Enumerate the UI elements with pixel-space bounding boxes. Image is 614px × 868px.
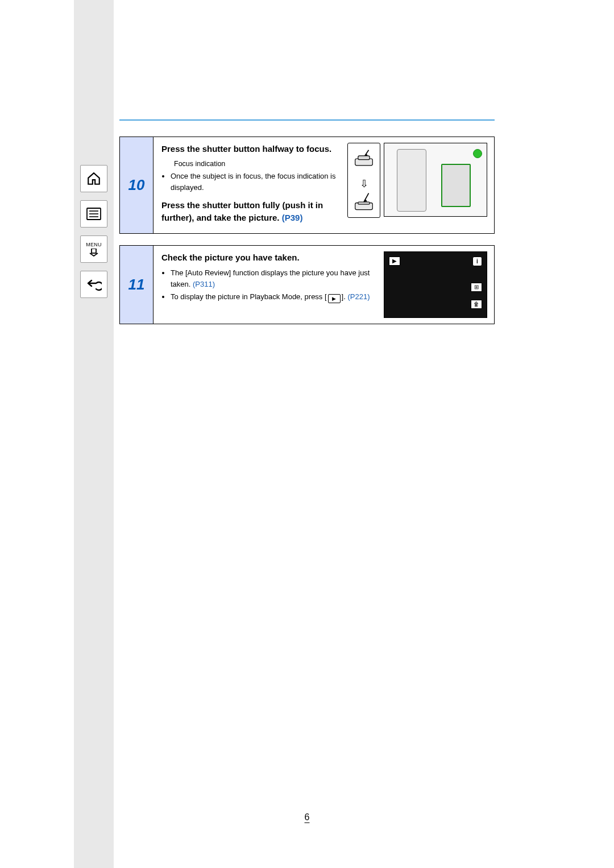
step-11: 11 Check the picture you have taken. The…	[119, 245, 495, 324]
section-rule	[119, 119, 495, 121]
manual-page: MENU 10 Press the shutter button halfway…	[0, 0, 614, 868]
step-10: 10 Press the shutter button halfway to f…	[119, 137, 495, 234]
focus-indication-label: Focus indication	[174, 159, 342, 170]
step10-heading-2: Press the shutter button fully (push it …	[161, 199, 342, 224]
shutter-press-illustration: ⇩	[347, 143, 380, 218]
home-button[interactable]	[80, 165, 107, 192]
focus-indicator-dot	[473, 149, 482, 158]
step10-figures: ⇩	[347, 143, 487, 228]
link-p311[interactable]: (P311)	[193, 280, 215, 288]
step11-bullet-2: To display the picture in Playback Mode,…	[171, 291, 377, 304]
step-number: 10	[120, 137, 154, 233]
info-icon: i	[472, 257, 482, 266]
thumbnail-grid-icon: ⊞	[471, 283, 482, 292]
link-p221[interactable]: (P221)	[347, 292, 370, 301]
playback-screen-illustration: ▶ i ⊞ 🗑	[384, 251, 487, 318]
nav-sidebar: MENU	[74, 0, 114, 868]
link-p39[interactable]: (P39)	[282, 213, 303, 222]
back-button[interactable]	[80, 271, 107, 298]
home-icon	[86, 171, 101, 186]
svg-rect-4	[92, 249, 96, 253]
step-number: 11	[120, 246, 154, 324]
back-icon	[86, 278, 102, 291]
down-arrow-icon: ⇩	[360, 177, 368, 190]
playback-icon: ▶	[328, 294, 341, 303]
shutter-full-press-icon	[354, 192, 374, 212]
focus-screen-illustration	[384, 143, 487, 217]
menu-label: MENU	[86, 242, 102, 247]
menu-arrow-icon	[88, 249, 99, 257]
delete-icon: 🗑	[471, 300, 482, 309]
svg-rect-6	[358, 156, 370, 160]
content-area: 10 Press the shutter button halfway to f…	[119, 119, 495, 336]
svg-rect-9	[358, 202, 370, 204]
contents-button[interactable]	[80, 200, 107, 228]
playback-mode-icon: ▶	[389, 257, 400, 266]
list-icon	[86, 208, 101, 220]
step10-bullet-1: Once the subject is in focus, the focus …	[171, 171, 342, 193]
shutter-half-press-icon	[354, 149, 374, 168]
step11-bullet-1: The [Auto Review] function displays the …	[171, 267, 377, 290]
step10-legend-block: Focus indication Once the subject is in …	[161, 159, 342, 194]
menu-button[interactable]: MENU	[80, 235, 107, 263]
step10-heading-1: Press the shutter button halfway to focu…	[161, 143, 342, 155]
step11-heading: Check the picture you have taken.	[161, 251, 377, 264]
page-number: 6	[305, 812, 310, 822]
